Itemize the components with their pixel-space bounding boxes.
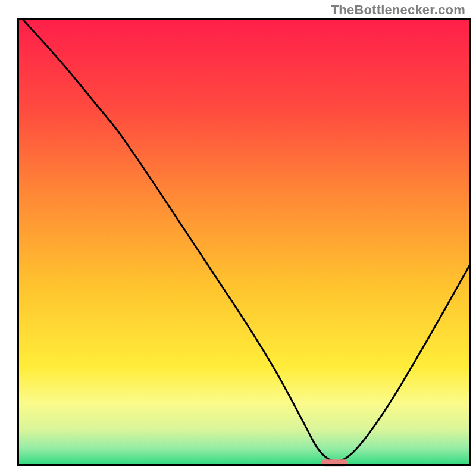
bottleneck-chart <box>0 0 476 476</box>
plot-background <box>18 19 470 465</box>
chart-container: TheBottleneсker.com <box>0 0 476 476</box>
